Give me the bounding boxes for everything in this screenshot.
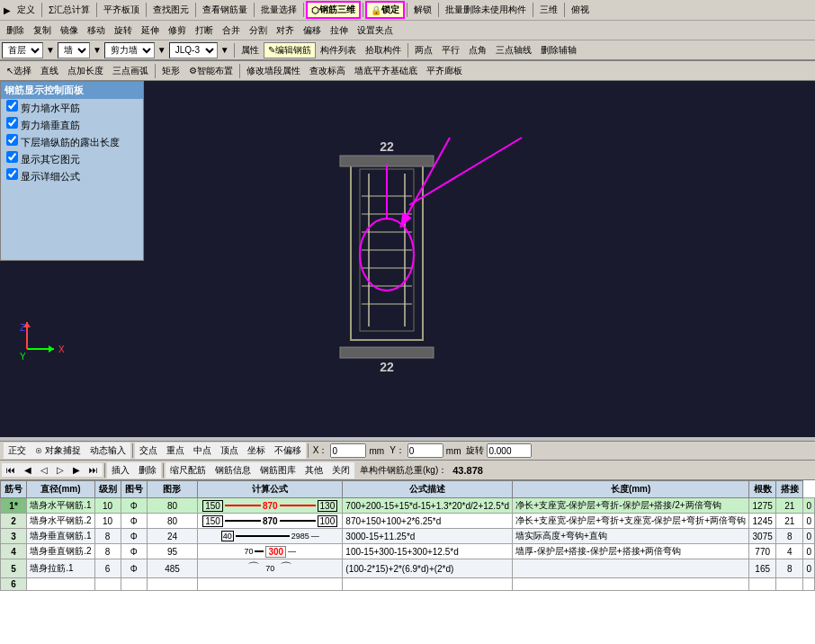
cell-row-num[interactable]: 5 [1, 559, 27, 578]
cell-row-num[interactable]: 6 [1, 578, 27, 591]
btn-other[interactable]: 其他 [300, 462, 327, 479]
sep10 [533, 3, 533, 17]
cell-row-num[interactable]: 3 [1, 529, 27, 544]
panel-item-4[interactable]: 显示其它图元 [1, 150, 143, 167]
checkbox-vertical[interactable] [6, 117, 18, 129]
btn-line[interactable]: 直线 [36, 63, 63, 79]
btn-sum[interactable]: Σ 汇总计算 [44, 2, 94, 18]
btn-rebar-info[interactable]: 钢筋信息 [210, 462, 255, 479]
btn-two-point[interactable]: 两点 [410, 42, 437, 58]
nav-prevp[interactable]: ◁ [36, 463, 52, 477]
btn-align2[interactable]: 对齐 [272, 22, 299, 39]
btn-arc[interactable]: 三点画弧 [108, 63, 153, 79]
btn-scale-rebar[interactable]: 缩尺配筋 [166, 462, 210, 479]
btn-property[interactable]: 属性 [237, 42, 264, 58]
btn-view-rebar[interactable]: 查看钢筋量 [198, 2, 252, 18]
btn-extend[interactable]: 延伸 [137, 22, 164, 39]
btn-midpoint[interactable]: 重点 [162, 443, 189, 459]
btn-define[interactable]: 定义 [13, 2, 40, 18]
layer-select[interactable]: 首层 [2, 42, 43, 58]
checkbox-expose[interactable] [6, 134, 18, 146]
btn-angle-point[interactable]: 点角 [464, 42, 491, 58]
btn-break[interactable]: 打断 [191, 22, 218, 39]
nav-last[interactable]: ⏭ [85, 463, 103, 477]
btn-trim[interactable]: 修剪 [164, 22, 191, 39]
panel-item-1[interactable]: 剪力墙水平筋 [1, 99, 143, 116]
checkbox-horizontal[interactable] [6, 100, 18, 112]
cell-formula: 3000-15+11.25*d [343, 529, 513, 544]
panel-item-5[interactable]: 显示详细公式 [1, 167, 143, 184]
btn-pick-comp[interactable]: 拾取构件 [361, 42, 406, 58]
nav-prev[interactable]: ◀ [20, 463, 36, 477]
sep-status1 [132, 443, 133, 458]
nav-first[interactable]: ⏮ [2, 463, 20, 477]
btn-edit-rebar[interactable]: ✎ 编辑钢筋 [264, 42, 316, 58]
btn-no-move[interactable]: 不偏移 [270, 443, 306, 459]
btn-ortho[interactable]: 正交 [4, 443, 31, 459]
btn-unlock[interactable]: 解锁 [409, 2, 436, 18]
btn-align[interactable]: 平齐板顶 [99, 2, 144, 18]
btn-top-view[interactable]: 俯视 [567, 2, 594, 18]
mm-label2: mm [443, 446, 464, 456]
btn-delete[interactable]: 删除 [2, 22, 29, 39]
cell-count: 8 [776, 559, 803, 578]
btn-coord[interactable]: 坐标 [243, 443, 270, 459]
sep4 [195, 3, 196, 17]
btn-close[interactable]: 关闭 [327, 462, 354, 479]
btn-three-axis[interactable]: 三点轴线 [491, 42, 536, 58]
btn-select[interactable]: ↖ 选择 [2, 63, 36, 79]
btn-rebar-3d[interactable]: ⬡ 钢筋三维 [306, 1, 361, 19]
btn-move[interactable]: 移动 [83, 22, 110, 39]
btn-rect[interactable]: 矩形 [157, 63, 184, 79]
btn-copy[interactable]: 复制 [29, 22, 56, 39]
btn-smart[interactable]: ⚙ 智能布置 [184, 63, 237, 79]
btn-merge[interactable]: 合并 [218, 22, 245, 39]
btn-snap[interactable]: ⊙ 对象捕捉 [31, 443, 85, 459]
btn-top[interactable]: 顶点 [216, 443, 243, 459]
btn-check-elev[interactable]: 查改标高 [305, 63, 350, 79]
btn-find[interactable]: 查找图元 [148, 2, 193, 18]
btn-rebar-lib[interactable]: 钢筋图库 [255, 462, 300, 479]
code-select[interactable]: JLQ-3 [169, 42, 218, 58]
btn-point-len[interactable]: 点加长度 [63, 63, 108, 79]
btn-3d[interactable]: 三维 [535, 2, 562, 18]
y-input[interactable] [408, 443, 443, 458]
btn-split[interactable]: 分割 [245, 22, 272, 39]
btn-del-aux[interactable]: 删除辅轴 [536, 42, 581, 58]
panel-item-3[interactable]: 下层墙纵筋的露出长度 [1, 133, 143, 150]
btn-dynamic[interactable]: 动态输入 [85, 443, 130, 459]
btn-wall-base[interactable]: 墙底平齐基础底 [350, 63, 422, 79]
btn-mirror[interactable]: 镜像 [56, 22, 83, 39]
cell-count: 21 [776, 498, 803, 514]
nav-nextp[interactable]: ▶ [68, 463, 85, 477]
x-input[interactable] [330, 443, 366, 458]
cell-row-num[interactable]: 2 [1, 514, 27, 529]
panel-item-2[interactable]: 剪力墙垂直筋 [1, 116, 143, 133]
cell-row-num[interactable]: 1* [1, 498, 27, 514]
checkbox-formula[interactable] [6, 168, 18, 180]
cell-formula [343, 578, 513, 591]
btn-lock[interactable]: 🔒 锁定 [365, 1, 405, 19]
cuttype-select[interactable]: 剪力墙 [104, 42, 155, 58]
btn-del-row[interactable]: 删除 [134, 462, 161, 479]
btn-stretch[interactable]: 拉伸 [326, 22, 353, 39]
btn-flat-board[interactable]: 平齐廊板 [422, 63, 467, 79]
btn-comp-list[interactable]: 构件列表 [316, 42, 361, 58]
btn-modify-wall[interactable]: 修改墙段属性 [242, 63, 305, 79]
btn-parallel[interactable]: 平行 [437, 42, 464, 58]
element-select[interactable]: 墙 [58, 42, 90, 58]
checkbox-other[interactable] [6, 151, 18, 163]
btn-batch-del[interactable]: 批量删除未使用构件 [441, 2, 531, 18]
nav-next[interactable]: ▷ [52, 463, 68, 477]
th-formula: 计算公式 [198, 481, 343, 498]
btn-batch-select[interactable]: 批量选择 [256, 2, 301, 18]
btn-grip[interactable]: 设置夹点 [353, 22, 398, 39]
btn-insert[interactable]: 插入 [107, 462, 134, 479]
btn-rotate[interactable]: 旋转 [110, 22, 137, 39]
btn-intersect[interactable]: 交点 [135, 443, 162, 459]
btn-midp2[interactable]: 中点 [189, 443, 216, 459]
rotate-input[interactable] [487, 443, 532, 458]
cell-row-num[interactable]: 4 [1, 544, 27, 559]
btn-offset[interactable]: 偏移 [299, 22, 326, 39]
th-length: 长度(mm) [513, 481, 749, 498]
